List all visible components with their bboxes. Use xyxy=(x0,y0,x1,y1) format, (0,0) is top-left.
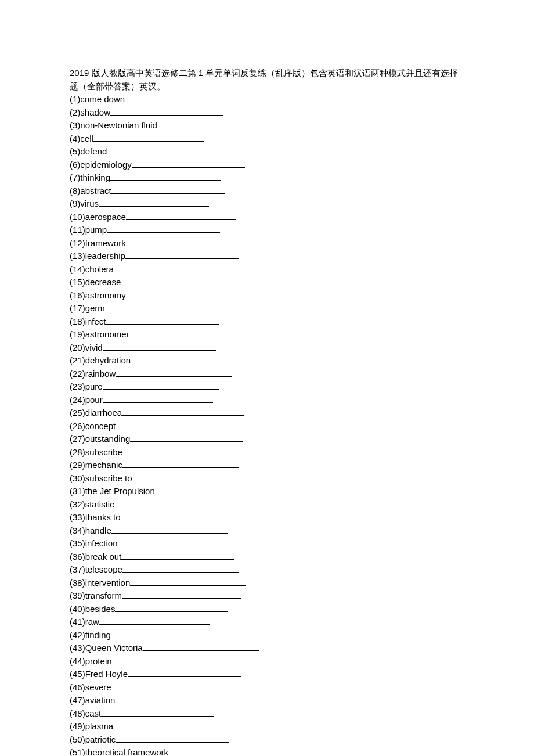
answer-blank[interactable] xyxy=(114,263,227,272)
answer-blank[interactable] xyxy=(132,159,245,168)
answer-blank[interactable] xyxy=(131,354,247,363)
answer-blank[interactable] xyxy=(155,485,271,494)
vocabulary-item: (35)infection xyxy=(70,537,464,550)
vocabulary-item: (51)theoretical framework xyxy=(70,746,464,756)
answer-blank[interactable] xyxy=(106,315,219,325)
answer-blank[interactable] xyxy=(114,498,233,507)
answer-blank[interactable] xyxy=(110,106,223,116)
item-number: (46) xyxy=(70,682,85,692)
vocabulary-item: (33)thanks to xyxy=(70,511,464,524)
item-number: (15) xyxy=(70,277,85,287)
answer-blank[interactable] xyxy=(111,629,230,638)
item-number: (35) xyxy=(70,538,85,548)
item-word: framework xyxy=(85,238,126,248)
answer-blank[interactable] xyxy=(118,537,231,546)
item-word: Fred Hoyle xyxy=(85,669,128,679)
vocabulary-item: (27)outstanding xyxy=(70,433,464,446)
answer-blank[interactable] xyxy=(103,341,216,351)
answer-blank[interactable] xyxy=(116,368,232,377)
answer-blank[interactable] xyxy=(112,655,225,664)
item-number: (45) xyxy=(70,669,85,679)
item-word: shadow xyxy=(80,107,110,117)
answer-blank[interactable] xyxy=(110,171,221,181)
vocabulary-item: (11)pump xyxy=(70,224,464,237)
vocabulary-item: (28)subscribe xyxy=(70,446,464,459)
answer-blank[interactable] xyxy=(122,406,244,416)
vocabulary-item: (13)leadership xyxy=(70,250,464,263)
vocabulary-item: (48)cast xyxy=(70,707,464,721)
vocabulary-item: (38)intervention xyxy=(70,577,464,590)
item-number: (49) xyxy=(70,721,85,731)
item-word: dehydration xyxy=(85,355,131,365)
answer-blank[interactable] xyxy=(103,380,219,390)
answer-blank[interactable] xyxy=(122,446,239,455)
answer-blank[interactable] xyxy=(143,642,259,651)
item-number: (2) xyxy=(70,107,80,117)
item-word: decrease xyxy=(85,277,121,287)
answer-blank[interactable] xyxy=(122,459,239,468)
answer-blank[interactable] xyxy=(93,132,204,142)
item-number: (3) xyxy=(70,120,80,130)
answer-blank[interactable] xyxy=(111,524,228,534)
item-number: (13) xyxy=(70,251,85,261)
answer-blank[interactable] xyxy=(116,733,229,743)
item-number: (43) xyxy=(70,643,85,653)
answer-blank[interactable] xyxy=(121,550,234,560)
answer-blank[interactable] xyxy=(115,694,228,703)
answer-blank[interactable] xyxy=(105,302,221,311)
item-number: (23) xyxy=(70,381,85,391)
item-word: break out xyxy=(85,552,122,561)
answer-blank[interactable] xyxy=(126,289,242,298)
answer-blank[interactable] xyxy=(122,589,241,599)
vocabulary-item: (18)infect xyxy=(70,315,464,329)
item-number: (44) xyxy=(70,656,85,666)
item-word: pour xyxy=(85,395,103,405)
item-word: Queen Victoria xyxy=(85,643,143,653)
vocabulary-item: (36)break out xyxy=(70,550,464,564)
answer-blank[interactable] xyxy=(126,211,236,220)
item-number: (32) xyxy=(70,499,85,509)
answer-blank[interactable] xyxy=(128,668,241,677)
answer-blank[interactable] xyxy=(129,328,243,337)
answer-blank[interactable] xyxy=(111,185,225,194)
answer-blank[interactable] xyxy=(132,472,246,481)
answer-blank[interactable] xyxy=(113,720,232,729)
vocabulary-item: (21)dehydration xyxy=(70,354,464,368)
answer-blank[interactable] xyxy=(125,250,239,259)
answer-blank[interactable] xyxy=(121,511,237,520)
answer-blank[interactable] xyxy=(125,93,235,102)
vocabulary-item: (20)vivid xyxy=(70,341,464,355)
answer-blank[interactable] xyxy=(111,681,228,690)
item-word: outstanding xyxy=(85,434,131,444)
answer-blank[interactable] xyxy=(157,119,268,128)
item-word: aviation xyxy=(85,695,116,705)
item-word: cell xyxy=(80,134,93,143)
item-number: (27) xyxy=(70,434,85,444)
answer-blank[interactable] xyxy=(99,197,209,207)
vocabulary-item: (43)Queen Victoria xyxy=(70,642,464,655)
item-word: rainbow xyxy=(85,369,116,379)
answer-blank[interactable] xyxy=(116,420,229,429)
answer-blank[interactable] xyxy=(121,276,237,285)
answer-blank[interactable] xyxy=(101,707,214,717)
answer-blank[interactable] xyxy=(168,746,282,755)
answer-blank[interactable] xyxy=(99,615,210,625)
vocabulary-list: (1)come down(2)shadow(3)non-Newtonian fl… xyxy=(70,93,464,756)
answer-blank[interactable] xyxy=(130,433,243,442)
vocabulary-item: (47)aviation xyxy=(70,694,464,707)
answer-blank[interactable] xyxy=(122,563,239,573)
item-word: statistic xyxy=(85,499,114,509)
answer-blank[interactable] xyxy=(130,577,246,586)
item-number: (40) xyxy=(70,604,85,614)
item-number: (17) xyxy=(70,303,85,313)
vocabulary-item: (31)the Jet Propulsion xyxy=(70,485,464,498)
answer-blank[interactable] xyxy=(115,603,228,612)
vocabulary-item: (34)handle xyxy=(70,524,464,538)
item-word: intervention xyxy=(85,578,131,588)
answer-blank[interactable] xyxy=(107,145,226,154)
answer-blank[interactable] xyxy=(126,237,239,246)
vocabulary-item: (15)decrease xyxy=(70,276,464,289)
answer-blank[interactable] xyxy=(103,394,213,403)
vocabulary-item: (10)aerospace xyxy=(70,211,464,224)
answer-blank[interactable] xyxy=(107,224,220,233)
